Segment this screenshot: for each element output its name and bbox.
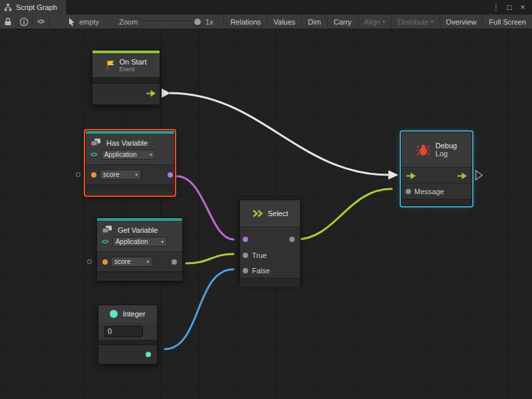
flow-end-arrow	[388, 170, 398, 180]
node-get-variable[interactable]: Get Variable <> Application ▾ score ▾	[96, 217, 183, 281]
selector-in-port[interactable]	[243, 237, 248, 242]
true-in-port[interactable]	[243, 253, 248, 258]
info-icon[interactable]	[16, 15, 32, 29]
node-integer[interactable]: Integer	[98, 305, 158, 364]
wire-onstart-to-log[interactable]	[170, 93, 388, 175]
zoom-slider-track	[142, 21, 201, 23]
node-on-start[interactable]: On Start Event	[92, 50, 160, 105]
node-title: On Start	[120, 58, 147, 66]
flow-in-port[interactable]	[406, 172, 416, 180]
name-in-port[interactable]	[102, 259, 108, 265]
variable-dropdown[interactable]: score ▾	[100, 170, 141, 180]
node-title: Get Variable	[118, 226, 158, 234]
node-separator	[98, 340, 157, 344]
node-title: Has Variable	[106, 139, 148, 147]
name-in-port-unconnected[interactable]	[87, 259, 92, 264]
value-out-port[interactable]	[146, 352, 151, 357]
fullscreen-button[interactable]: Full Screen	[482, 15, 532, 29]
flow-arrow-icon	[146, 90, 156, 97]
values-button[interactable]: Values	[267, 15, 301, 29]
overview-button[interactable]: Overview	[440, 15, 483, 29]
zoom-value: 1x	[205, 18, 213, 26]
select-icon	[252, 209, 263, 217]
flow-out-unconnected-marker[interactable]	[475, 170, 483, 181]
script-graph-icon	[4, 3, 12, 11]
node-debug-log[interactable]: Debug Log	[401, 132, 472, 206]
integer-icon	[110, 310, 118, 318]
lock-icon[interactable]	[0, 15, 16, 29]
result-out-port[interactable]	[168, 172, 173, 178]
flag-icon	[106, 60, 115, 70]
carry-button[interactable]: Carry	[327, 15, 358, 29]
node-footer	[86, 184, 174, 192]
wire-hasvariable-to-select[interactable]	[177, 176, 233, 239]
true-port-label: True	[252, 251, 267, 259]
scope-dropdown[interactable]: Application ▾	[101, 150, 156, 160]
node-title: Select	[268, 209, 289, 217]
wire-select-to-log-message[interactable]	[296, 189, 392, 239]
graph-toolbar: <> empty Zoom 1x Relations Values Dim Ca…	[0, 15, 532, 29]
node-footer	[402, 199, 471, 205]
node-subtitle: Event	[120, 66, 147, 72]
ports-section: True False	[240, 227, 300, 278]
maximize-icon[interactable]: □	[504, 0, 515, 15]
zoom-label: Zoom	[119, 18, 138, 26]
node-subtitle: Log	[436, 150, 457, 158]
variable-dropdown[interactable]: score ▾	[111, 257, 152, 267]
variable-boxes-icon	[102, 225, 114, 234]
chevron-down-icon: ▾	[135, 172, 138, 178]
menu-icon[interactable]: ⋮	[491, 0, 501, 15]
flow-ports-row	[92, 83, 160, 102]
toolbar-buttons: Relations Values Dim Carry Align ▾ Distr…	[223, 15, 532, 29]
name-in-port[interactable]	[91, 172, 96, 178]
zoom-slider[interactable]	[142, 18, 201, 26]
titlebar: Script Graph ⋮ □ ×	[0, 0, 532, 15]
graph-canvas[interactable]: On Start Event	[0, 29, 532, 399]
chevron-down-icon: ▾	[150, 152, 152, 158]
zoom-slider-knob[interactable]	[194, 19, 201, 25]
result-out-port[interactable]	[289, 237, 295, 242]
message-port-label: Message	[414, 188, 444, 196]
integer-value-field[interactable]	[104, 326, 143, 337]
value-out-port[interactable]	[172, 259, 177, 265]
wire-getvariable-to-select-true[interactable]	[186, 254, 233, 263]
wire-integer-to-select-false[interactable]	[165, 269, 233, 349]
value-row	[98, 323, 157, 340]
false-port-label: False	[252, 267, 270, 275]
variable-name-row: score ▾	[86, 164, 174, 184]
flow-out-port[interactable]	[457, 172, 467, 180]
zoom-control: Zoom 1x	[119, 18, 213, 26]
flow-arrow-icon	[457, 172, 467, 180]
node-has-variable[interactable]: Has Variable <> Application ▾ score ▾	[85, 130, 175, 196]
false-in-port[interactable]	[243, 268, 248, 273]
variable-boxes-icon	[90, 138, 102, 147]
align-button[interactable]: Align ▾	[358, 15, 391, 29]
bug-icon	[416, 144, 430, 156]
node-footer	[240, 278, 300, 287]
tab-script-graph[interactable]: Script Graph	[0, 0, 67, 15]
chevron-down-icon: ▾	[146, 259, 149, 265]
node-title: Debug	[436, 142, 457, 150]
chevron-down-icon: ▾	[431, 19, 434, 25]
variable-kind-icon: <>	[90, 151, 97, 158]
flow-out-port[interactable]	[146, 90, 156, 97]
scope-dropdown[interactable]: Application ▾	[112, 237, 167, 247]
variable-kind-icon: <>	[102, 238, 108, 245]
code-icon[interactable]: <>	[33, 15, 49, 29]
unity-graph-window: Script Graph ⋮ □ × <>	[0, 0, 532, 399]
name-in-port-unconnected[interactable]	[76, 172, 80, 177]
output-row	[98, 344, 157, 364]
cursor-icon	[68, 17, 76, 27]
flow-ports-row	[402, 167, 471, 183]
node-select[interactable]: Select True False	[239, 200, 301, 283]
dim-button[interactable]: Dim	[301, 15, 327, 29]
distribute-button[interactable]: Distribute ▾	[391, 15, 439, 29]
flow-start-arrow	[162, 88, 170, 98]
tab-title: Script Graph	[16, 3, 57, 11]
relations-button[interactable]: Relations	[223, 15, 267, 29]
node-title: Integer	[122, 310, 145, 318]
selection-status: empty	[68, 17, 99, 27]
message-in-port[interactable]	[406, 189, 411, 194]
node-footer	[97, 271, 182, 279]
close-icon[interactable]: ×	[517, 0, 528, 15]
